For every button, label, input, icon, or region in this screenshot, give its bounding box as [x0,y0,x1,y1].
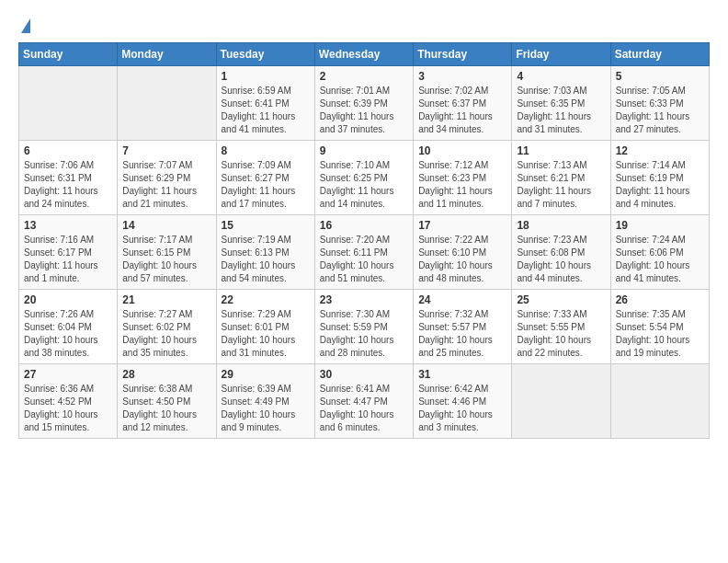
day-number: 13 [24,219,112,232]
calendar-cell: 1Sunrise: 6:59 AM Sunset: 6:41 PM Daylig… [216,66,314,141]
calendar-cell: 21Sunrise: 7:27 AM Sunset: 6:02 PM Dayli… [118,290,216,364]
calendar-week-5: 27Sunrise: 6:36 AM Sunset: 4:52 PM Dayli… [19,364,710,439]
day-detail: Sunrise: 7:29 AM Sunset: 6:01 PM Dayligh… [222,308,310,360]
calendar-cell: 31Sunrise: 6:42 AM Sunset: 4:46 PM Dayli… [414,364,512,439]
day-detail: Sunrise: 7:23 AM Sunset: 6:08 PM Dayligh… [517,234,605,285]
day-number: 3 [418,70,506,83]
day-detail: Sunrise: 7:26 AM Sunset: 6:04 PM Dayligh… [24,308,112,360]
calendar-week-3: 13Sunrise: 7:16 AM Sunset: 6:17 PM Dayli… [19,215,710,290]
logo [18,18,30,33]
day-detail: Sunrise: 6:39 AM Sunset: 4:49 PM Dayligh… [222,383,310,434]
day-detail: Sunrise: 7:33 AM Sunset: 5:55 PM Dayligh… [517,308,605,360]
day-detail: Sunrise: 7:03 AM Sunset: 6:35 PM Dayligh… [517,85,605,136]
day-detail: Sunrise: 6:59 AM Sunset: 6:41 PM Dayligh… [222,85,310,136]
day-number: 25 [517,293,605,306]
day-header-wednesday: Wednesday [314,43,413,66]
day-detail: Sunrise: 7:19 AM Sunset: 6:13 PM Dayligh… [222,234,310,285]
day-detail: Sunrise: 7:27 AM Sunset: 6:02 PM Dayligh… [122,308,210,360]
day-number: 28 [122,368,210,381]
day-number: 31 [418,368,506,381]
calendar-cell: 12Sunrise: 7:14 AM Sunset: 6:19 PM Dayli… [610,141,709,215]
calendar-cell [19,66,118,141]
day-number: 8 [222,144,310,157]
day-number: 19 [616,219,704,232]
day-number: 29 [222,368,310,381]
day-header-tuesday: Tuesday [216,43,314,66]
calendar-cell [512,364,610,439]
day-detail: Sunrise: 7:14 AM Sunset: 6:19 PM Dayligh… [616,159,704,211]
calendar-cell: 13Sunrise: 7:16 AM Sunset: 6:17 PM Dayli… [19,215,118,290]
day-number: 21 [122,293,210,306]
calendar-week-4: 20Sunrise: 7:26 AM Sunset: 6:04 PM Dayli… [19,290,710,364]
day-detail: Sunrise: 7:09 AM Sunset: 6:27 PM Dayligh… [222,159,310,211]
day-detail: Sunrise: 6:36 AM Sunset: 4:52 PM Dayligh… [24,383,112,434]
calendar-cell: 24Sunrise: 7:32 AM Sunset: 5:57 PM Dayli… [414,290,512,364]
day-detail: Sunrise: 7:16 AM Sunset: 6:17 PM Dayligh… [24,234,112,285]
day-number: 26 [616,293,704,306]
day-header-friday: Friday [512,43,610,66]
calendar-week-2: 6Sunrise: 7:06 AM Sunset: 6:31 PM Daylig… [19,141,710,215]
day-detail: Sunrise: 7:06 AM Sunset: 6:31 PM Dayligh… [24,159,112,211]
calendar-cell: 10Sunrise: 7:12 AM Sunset: 6:23 PM Dayli… [414,141,512,215]
day-number: 24 [418,293,506,306]
calendar-cell: 11Sunrise: 7:13 AM Sunset: 6:21 PM Dayli… [512,141,610,215]
day-number: 15 [222,219,310,232]
day-header-thursday: Thursday [414,43,512,66]
day-number: 22 [222,293,310,306]
day-number: 16 [320,219,408,232]
day-detail: Sunrise: 7:35 AM Sunset: 5:54 PM Dayligh… [616,308,704,360]
calendar-cell [118,66,216,141]
day-number: 14 [122,219,210,232]
calendar-cell: 30Sunrise: 6:41 AM Sunset: 4:47 PM Dayli… [314,364,413,439]
day-number: 23 [320,293,408,306]
calendar-cell: 25Sunrise: 7:33 AM Sunset: 5:55 PM Dayli… [512,290,610,364]
day-detail: Sunrise: 7:30 AM Sunset: 5:59 PM Dayligh… [320,308,408,360]
calendar-cell: 29Sunrise: 6:39 AM Sunset: 4:49 PM Dayli… [216,364,314,439]
day-number: 4 [517,70,605,83]
day-detail: Sunrise: 7:13 AM Sunset: 6:21 PM Dayligh… [517,159,605,211]
calendar-cell: 20Sunrise: 7:26 AM Sunset: 6:04 PM Dayli… [19,290,118,364]
day-number: 11 [517,144,605,157]
calendar-cell: 4Sunrise: 7:03 AM Sunset: 6:35 PM Daylig… [512,66,610,141]
day-detail: Sunrise: 7:24 AM Sunset: 6:06 PM Dayligh… [616,234,704,285]
day-number: 2 [320,70,408,83]
day-number: 1 [222,70,310,83]
calendar-cell: 19Sunrise: 7:24 AM Sunset: 6:06 PM Dayli… [610,215,709,290]
calendar-cell [610,364,709,439]
calendar-header-row: SundayMondayTuesdayWednesdayThursdayFrid… [19,43,710,66]
day-number: 27 [24,368,112,381]
day-header-monday: Monday [118,43,216,66]
day-detail: Sunrise: 7:10 AM Sunset: 6:25 PM Dayligh… [320,159,408,211]
day-detail: Sunrise: 7:07 AM Sunset: 6:29 PM Dayligh… [122,159,210,211]
calendar-cell: 14Sunrise: 7:17 AM Sunset: 6:15 PM Dayli… [118,215,216,290]
calendar-cell: 7Sunrise: 7:07 AM Sunset: 6:29 PM Daylig… [118,141,216,215]
calendar-cell: 18Sunrise: 7:23 AM Sunset: 6:08 PM Dayli… [512,215,610,290]
calendar-cell: 22Sunrise: 7:29 AM Sunset: 6:01 PM Dayli… [216,290,314,364]
day-number: 10 [418,144,506,157]
day-detail: Sunrise: 7:17 AM Sunset: 6:15 PM Dayligh… [122,234,210,285]
calendar-cell: 8Sunrise: 7:09 AM Sunset: 6:27 PM Daylig… [216,141,314,215]
day-number: 7 [122,144,210,157]
day-detail: Sunrise: 7:12 AM Sunset: 6:23 PM Dayligh… [418,159,506,211]
calendar-cell: 3Sunrise: 7:02 AM Sunset: 6:37 PM Daylig… [414,66,512,141]
day-detail: Sunrise: 7:01 AM Sunset: 6:39 PM Dayligh… [320,85,408,136]
day-detail: Sunrise: 7:05 AM Sunset: 6:33 PM Dayligh… [616,85,704,136]
calendar-cell: 5Sunrise: 7:05 AM Sunset: 6:33 PM Daylig… [610,66,709,141]
calendar-table: SundayMondayTuesdayWednesdayThursdayFrid… [18,42,710,439]
day-detail: Sunrise: 7:20 AM Sunset: 6:11 PM Dayligh… [320,234,408,285]
page-header [18,18,710,33]
day-detail: Sunrise: 6:41 AM Sunset: 4:47 PM Dayligh… [320,383,408,434]
day-detail: Sunrise: 7:22 AM Sunset: 6:10 PM Dayligh… [418,234,506,285]
day-number: 5 [616,70,704,83]
day-detail: Sunrise: 6:38 AM Sunset: 4:50 PM Dayligh… [122,383,210,434]
calendar-cell: 28Sunrise: 6:38 AM Sunset: 4:50 PM Dayli… [118,364,216,439]
calendar-cell: 15Sunrise: 7:19 AM Sunset: 6:13 PM Dayli… [216,215,314,290]
calendar-cell: 23Sunrise: 7:30 AM Sunset: 5:59 PM Dayli… [314,290,413,364]
calendar-week-1: 1Sunrise: 6:59 AM Sunset: 6:41 PM Daylig… [19,66,710,141]
day-header-sunday: Sunday [19,43,118,66]
day-number: 18 [517,219,605,232]
calendar-cell: 16Sunrise: 7:20 AM Sunset: 6:11 PM Dayli… [314,215,413,290]
day-header-saturday: Saturday [610,43,709,66]
day-number: 9 [320,144,408,157]
day-number: 20 [24,293,112,306]
